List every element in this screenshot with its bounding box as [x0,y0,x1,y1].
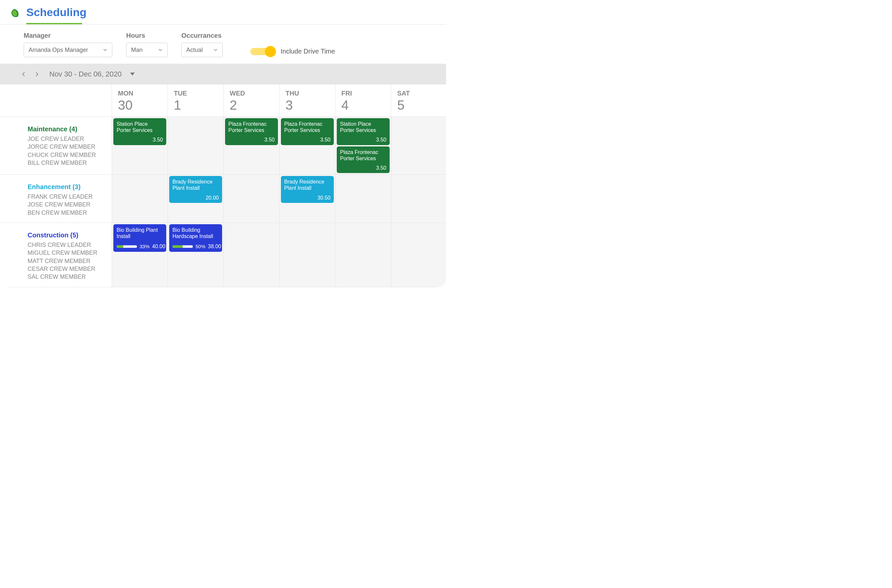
cell-maintenance-fri: Station Place Porter Services 3.50 Plaza… [335,117,391,175]
event-title: Bio Building Plant Install [117,227,163,239]
event-title: Station Place Porter Services [340,121,387,133]
event-hours: 3.50 [340,165,387,171]
crew-member: JORGE CREW MEMBER [28,143,108,151]
event-title: Bio Building Hardscape Install [173,227,219,239]
occurrances-select[interactable]: Actual [181,43,223,57]
crew-title: Maintenance (4) [28,125,108,133]
cell-enhancement-mon [112,175,168,223]
filter-manager: Manager Amanda Ops Manager [24,32,112,57]
toggle-knob [265,46,276,57]
event-progress-row: 33% 40.00 [117,243,163,249]
event-hours: 3.50 [284,136,331,143]
manager-select[interactable]: Amanda Ops Manager [24,43,112,57]
cell-enhancement-wed [223,175,279,223]
event-hours: 40.00 [152,243,165,249]
day-head-fri: FRI 4 [335,84,391,117]
event-title: Brady Residence Plant Install [284,178,331,191]
crew-title: Enhancement (3) [28,183,108,191]
event-card[interactable]: Station Place Porter Services 3.50 [337,118,390,145]
daynum: 3 [286,98,335,112]
day-head-thu: THU 3 [279,84,335,117]
drive-time-toggle[interactable] [250,48,273,55]
crew-title: Construction (5) [28,231,108,239]
dow-label: MON [118,90,168,97]
event-card[interactable]: Plaza Frontenac Porter Services 3.50 [225,118,278,145]
prev-week-button[interactable] [20,71,27,78]
filters-row: Manager Amanda Ops Manager Hours Man Occ… [0,25,446,64]
progress-pct: 33% [140,244,149,249]
event-card[interactable]: Bio Building Plant Install 33% 40.00 [113,224,166,252]
cell-maintenance-mon: Station Place Porter Services 3.50 [112,117,168,175]
drive-time-toggle-label: Include Drive Time [281,48,335,55]
day-head-mon: MON 30 [112,84,168,117]
chevron-down-icon [212,47,218,53]
cell-construction-thu [279,223,335,287]
filter-hours: Hours Man [126,32,168,57]
progress-bar [173,245,193,248]
dow-label: TUE [174,90,223,97]
date-nav-bar: Nov 30 - Dec 06, 2020 [0,64,446,84]
event-title: Station Place Porter Services [117,121,163,133]
cell-enhancement-tue: Brady Residence Plant Install 20.00 [168,175,223,223]
header: Scheduling [0,0,446,25]
event-card[interactable]: Brady Residence Plant Install 30.50 [281,176,334,203]
event-hours: 3.50 [117,136,163,143]
filter-occurrances-label: Occurrances [181,32,223,39]
app-root: Scheduling Manager Amanda Ops Manager Ho… [0,0,446,287]
crew-member: BILL CREW MEMBER [28,159,108,167]
daynum: 4 [341,98,391,112]
event-card[interactable]: Plaza Frontenac Porter Services 3.50 [281,118,334,145]
event-card[interactable]: Station Place Porter Services 3.50 [113,118,166,145]
crew-label-construction: Construction (5) CHRIS CREW LEADER MIGUE… [0,223,112,287]
filter-hours-label: Hours [126,32,168,39]
day-head-sat: SAT 5 [391,84,446,117]
progress-pct: 50% [196,244,205,249]
progress-fill [117,245,123,248]
hours-select[interactable]: Man [126,43,168,57]
crew-label-enhancement: Enhancement (3) FRANK CREW LEADER JOSE C… [0,175,112,223]
crew-member: BEN CREW MEMBER [28,209,108,217]
progress-bar [117,245,137,248]
cell-maintenance-sat [391,117,446,175]
crew-member: CHUCK CREW MEMBER [28,151,108,159]
event-progress-row: 50% 38.00 [173,243,219,249]
event-title: Plaza Frontenac Porter Services [340,149,387,162]
filter-manager-label: Manager [24,32,112,39]
leaf-logo-icon [9,8,20,19]
next-week-button[interactable] [33,71,40,78]
date-range-label: Nov 30 - Dec 06, 2020 [49,70,122,78]
date-range-dropdown[interactable] [130,72,135,75]
drive-time-toggle-wrap: Include Drive Time [250,48,335,57]
event-card[interactable]: Brady Residence Plant Install 20.00 [169,176,222,203]
cell-maintenance-wed: Plaza Frontenac Porter Services 3.50 [223,117,279,175]
event-hours: 20.00 [173,195,219,201]
cell-maintenance-tue [168,117,223,175]
event-hours: 38.00 [208,243,221,249]
crew-label-maintenance: Maintenance (4) JOE CREW LEADER JORGE CR… [0,117,112,175]
daynum: 5 [397,98,446,112]
dow-label: THU [286,90,335,97]
crew-member: JOE CREW LEADER [28,135,108,143]
cell-construction-fri [335,223,391,287]
progress-fill [173,245,183,248]
day-head-wed: WED 2 [223,84,279,117]
cell-maintenance-thu: Plaza Frontenac Porter Services 3.50 [279,117,335,175]
manager-select-value: Amanda Ops Manager [29,46,88,54]
event-title: Brady Residence Plant Install [173,178,219,191]
calendar-grid: MON 30 TUE 1 WED 2 THU 3 FRI 4 SAT 5 Mai… [0,84,446,287]
dow-label: FRI [341,90,391,97]
day-head-blank [0,84,112,117]
event-card[interactable]: Plaza Frontenac Porter Services 3.50 [337,146,390,173]
day-head-tue: TUE 1 [168,84,223,117]
crew-member: FRANK CREW LEADER [28,193,108,201]
event-title: Plaza Frontenac Porter Services [228,121,275,133]
dow-label: WED [230,90,279,97]
cell-construction-sat [391,223,446,287]
dow-label: SAT [397,90,446,97]
event-card[interactable]: Bio Building Hardscape Install 50% 38.00 [169,224,222,252]
event-title: Plaza Frontenac Porter Services [284,121,331,133]
crew-member: CESAR CREW MEMBER [28,265,108,273]
cell-enhancement-sat [391,175,446,223]
cell-construction-tue: Bio Building Hardscape Install 50% 38.00 [168,223,223,287]
hours-select-value: Man [131,46,143,54]
